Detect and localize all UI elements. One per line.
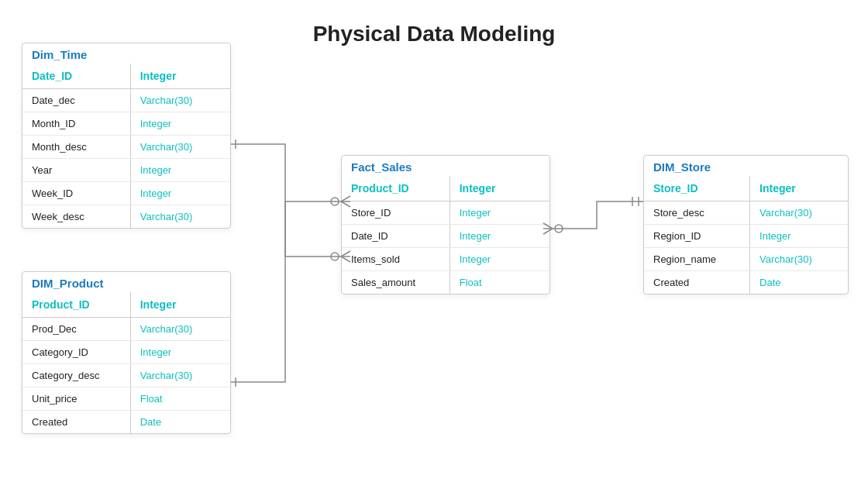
dim-time-header-col1: Date_ID [22, 64, 131, 88]
table-row: Month_ID Integer [22, 112, 230, 136]
table-row: Category_ID Integer [22, 341, 230, 364]
table-row: Store_desc Varchar(30) [644, 201, 848, 225]
fact-sales-header-col2: Integer [450, 176, 549, 201]
table-row: Prod_Dec Varchar(30) [22, 318, 230, 341]
connector-dimtime-factsales [231, 144, 341, 257]
table-row: Created Date [644, 271, 848, 294]
table-row: Week_desc Varchar(30) [22, 205, 230, 228]
fact-sales-header-col1: Product_ID [342, 176, 450, 201]
svg-point-4 [331, 253, 339, 260]
svg-point-13 [555, 225, 563, 232]
table-row: Date_ID Integer [342, 225, 549, 248]
dim-product-header-col1: Product_ID [22, 292, 131, 317]
dim-product-header-col2: Integer [131, 292, 230, 317]
dim-time-title: Dim_Time [32, 48, 87, 61]
table-row: Month_desc Varchar(30) [22, 136, 230, 159]
fact-sales-title: Fact_Sales [351, 160, 412, 174]
table-row: Store_ID Integer [342, 201, 549, 225]
connector-factsales-dimstore [553, 201, 643, 229]
dim-store-header-col1: Store_ID [644, 176, 750, 201]
connector-dimproduct-factsales [231, 201, 341, 382]
table-row: Items_sold Integer [342, 248, 549, 271]
table-row: Sales_amount Float [342, 271, 549, 294]
dim-store-title: DIM_Store [653, 160, 711, 174]
table-row: Unit_price Float [22, 387, 230, 411]
table-row: Category_desc Varchar(30) [22, 364, 230, 387]
dim-time-header-col2: Integer [131, 64, 230, 88]
dim-store-table: DIM_Store Store_ID Integer Store_desc Va… [643, 155, 849, 294]
table-row: Region_name Varchar(30) [644, 248, 848, 271]
fact-sales-table: Fact_Sales Product_ID Integer Store_ID I… [341, 155, 550, 294]
table-row: Date_dec Varchar(30) [22, 89, 230, 112]
svg-point-9 [331, 198, 339, 205]
table-row: Region_ID Integer [644, 225, 848, 248]
dim-product-title: DIM_Product [32, 277, 104, 290]
dim-time-table: Dim_Time Date_ID Integer Date_dec Varcha… [22, 43, 231, 229]
dim-store-header-col2: Integer [750, 176, 848, 201]
table-row: Created Date [22, 411, 230, 433]
dim-product-table: DIM_Product Product_ID Integer Prod_Dec … [22, 271, 231, 434]
table-row: Week_ID Integer [22, 182, 230, 205]
table-row: Year Integer [22, 159, 230, 182]
